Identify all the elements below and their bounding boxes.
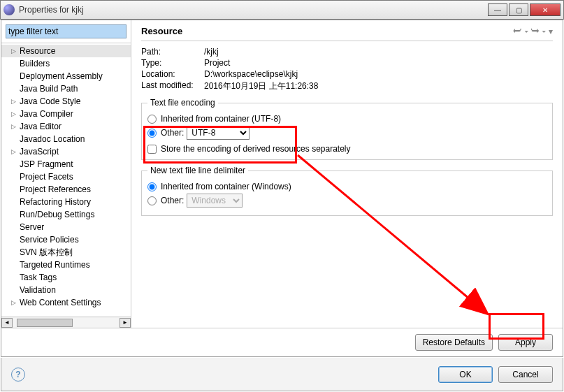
- encoding-legend: Text file encoding: [147, 98, 218, 108]
- store-derived-row: Store the encoding of derived resources …: [147, 144, 547, 154]
- tree-item-label: Java Code Style: [18, 96, 80, 106]
- tree-item[interactable]: ▷Web Content Settings: [1, 296, 131, 309]
- encoding-other-radio[interactable]: [147, 129, 157, 138]
- store-derived-checkbox[interactable]: [147, 145, 157, 154]
- expand-icon[interactable]: ▷: [11, 98, 18, 105]
- tree-item-label: Builders: [18, 59, 50, 68]
- resource-page: Resource ⮨ ▾ ⮩ ▾ ▾ Path: /kjkj Type: Pro…: [131, 20, 563, 328]
- tree-item[interactable]: Validation: [1, 284, 131, 296]
- type-value: Project: [204, 58, 230, 68]
- prop-modified: Last modified: 2016年10月19日 上午11:26:38: [141, 80, 553, 92]
- tree-item-label: Server: [18, 222, 44, 232]
- forward-icon[interactable]: ⮩ ▾: [531, 27, 546, 36]
- tree-item-label: JSP Fragment: [18, 159, 73, 169]
- expand-icon[interactable]: ▷: [11, 148, 18, 155]
- filter-box: [6, 24, 126, 38]
- tree-item-label: Web Content Settings: [18, 298, 101, 307]
- tree-item[interactable]: Project Facets: [1, 170, 131, 183]
- tree-item[interactable]: Service Policies: [1, 233, 131, 246]
- expand-icon[interactable]: ▷: [11, 123, 18, 130]
- delim-inherit-row: Inherited from container (Windows): [147, 182, 547, 191]
- tree-item-label: Java Editor: [18, 122, 62, 131]
- minimize-button[interactable]: —: [488, 3, 507, 16]
- maximize-button[interactable]: ▢: [509, 3, 528, 16]
- tree-item-label: Project Facets: [18, 172, 73, 182]
- back-icon[interactable]: ⮨ ▾: [513, 27, 528, 36]
- scroll-thumb[interactable]: [17, 319, 73, 327]
- tree-item[interactable]: ▷JavaScript: [1, 145, 131, 158]
- page-title: Resource: [141, 26, 182, 36]
- close-button[interactable]: ✕: [530, 3, 561, 16]
- tree-item-label: JavaScript: [18, 147, 59, 157]
- expand-icon[interactable]: ▷: [11, 299, 18, 306]
- tree-hscroll[interactable]: ◄ ►: [1, 317, 131, 328]
- path-value: /kjkj: [204, 47, 219, 57]
- tree-item[interactable]: ▷Java Code Style: [1, 95, 131, 108]
- delim-select: Windows: [187, 194, 243, 208]
- ok-button[interactable]: OK: [438, 366, 493, 383]
- encoding-other-label[interactable]: Other:: [161, 128, 184, 138]
- tree-item-label: Resource: [18, 46, 55, 56]
- cancel-button[interactable]: Cancel: [498, 366, 553, 383]
- window-controls: — ▢ ✕: [488, 3, 561, 16]
- tree-item-label: Java Compiler: [18, 109, 73, 119]
- expand-icon[interactable]: ▷: [11, 48, 18, 55]
- filter-input[interactable]: [6, 24, 126, 38]
- tree-item[interactable]: SVN 版本控制: [1, 246, 131, 259]
- store-derived-label[interactable]: Store the encoding of derived resources …: [161, 144, 351, 154]
- encoding-select[interactable]: UTF-8: [187, 126, 250, 140]
- delimiter-group: New text file line delimiter Inherited f…: [141, 166, 553, 216]
- delim-other-radio[interactable]: [147, 196, 157, 205]
- title-bar: Properties for kjkj — ▢ ✕: [0, 0, 564, 20]
- tree-item[interactable]: Javadoc Location: [1, 133, 131, 145]
- tree-item-label: Javadoc Location: [18, 134, 85, 144]
- tree-item[interactable]: Java Build Path: [1, 82, 131, 95]
- tree-item[interactable]: Project References: [1, 183, 131, 196]
- dialog-body: ▷ResourceBuildersDeployment AssemblyJava…: [1, 20, 563, 357]
- header-nav: ⮨ ▾ ⮩ ▾ ▾: [513, 27, 553, 36]
- scroll-left-icon[interactable]: ◄: [1, 318, 13, 328]
- tree-item-label: Service Policies: [18, 235, 79, 245]
- page-buttons: Restore Defaults Apply: [1, 328, 563, 356]
- tree-item[interactable]: Server: [1, 221, 131, 233]
- modified-value: 2016年10月19日 上午11:26:38: [204, 80, 318, 92]
- delim-inherit-radio[interactable]: [147, 182, 157, 191]
- page-header: Resource ⮨ ▾ ⮩ ▾ ▾: [141, 26, 553, 41]
- restore-defaults-button[interactable]: Restore Defaults: [415, 334, 493, 351]
- scroll-track[interactable]: [13, 318, 120, 328]
- path-label: Path:: [141, 47, 204, 57]
- encoding-group: Text file encoding Inherited from contai…: [141, 98, 553, 160]
- tree-item[interactable]: ▷Resource: [1, 45, 131, 57]
- location-label: Location:: [141, 69, 204, 79]
- tree-item[interactable]: Builders: [1, 57, 131, 70]
- tree-item[interactable]: ▷Java Editor: [1, 120, 131, 133]
- encoding-inherit-label[interactable]: Inherited from container (UTF-8): [161, 114, 281, 124]
- tree-item-label: Validation: [18, 285, 56, 295]
- tree-item[interactable]: Targeted Runtimes: [1, 259, 131, 271]
- encoding-inherit-radio[interactable]: [147, 115, 157, 124]
- tree-item[interactable]: Task Tags: [1, 271, 131, 284]
- tree-item[interactable]: JSP Fragment: [1, 158, 131, 170]
- delim-other-row: Other: Windows: [147, 194, 547, 208]
- expand-icon[interactable]: ▷: [11, 110, 18, 117]
- delim-inherit-label[interactable]: Inherited from container (Windows): [161, 182, 291, 191]
- tree-item-label: Refactoring History: [18, 197, 91, 207]
- category-tree[interactable]: ▷ResourceBuildersDeployment AssemblyJava…: [1, 43, 131, 317]
- apply-button[interactable]: Apply: [498, 334, 553, 351]
- tree-item[interactable]: Deployment Assembly: [1, 70, 131, 82]
- menu-icon[interactable]: ▾: [549, 27, 553, 36]
- tree-item[interactable]: Refactoring History: [1, 196, 131, 208]
- scroll-right-icon[interactable]: ►: [120, 318, 131, 328]
- help-icon[interactable]: ?: [11, 368, 25, 382]
- prop-location: Location: D:\workspace\eclipse\kjkj: [141, 69, 553, 79]
- prop-type: Type: Project: [141, 58, 553, 68]
- tree-item-label: Run/Debug Settings: [18, 210, 94, 219]
- tree-item-label: SVN 版本控制: [18, 247, 73, 259]
- tree-item-label: Java Build Path: [18, 84, 78, 94]
- tree-item[interactable]: Run/Debug Settings: [1, 208, 131, 221]
- tree-item[interactable]: ▷Java Compiler: [1, 108, 131, 120]
- window-title: Properties for kjkj: [19, 5, 488, 15]
- modified-label: Last modified:: [141, 80, 204, 92]
- delimiter-legend: New text file line delimiter: [147, 166, 248, 175]
- delim-other-label[interactable]: Other:: [161, 196, 184, 205]
